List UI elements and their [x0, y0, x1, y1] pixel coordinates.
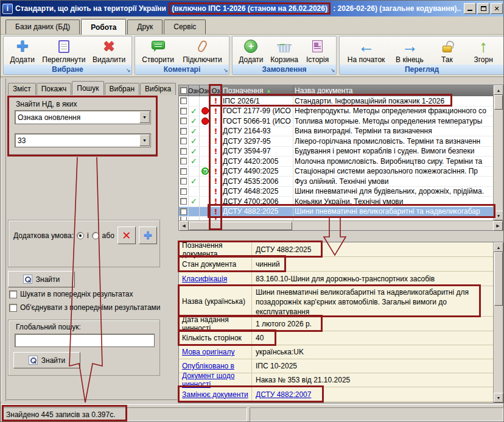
left-tab-2[interactable]: Пошук: [72, 81, 103, 95]
table-row[interactable]: ✓!ДСТУ 3297-95Лікеро-горілчана промислов…: [179, 136, 493, 147]
details-value-link[interactable]: ДСТУ 4882:2007: [256, 390, 311, 399]
table-row[interactable]: !ІПС 2026/1Стандарти. Інформаційний пока…: [179, 96, 493, 107]
minimize-button[interactable]: [464, 3, 476, 14]
ribbon-button-label: Створити: [142, 55, 174, 64]
ribbon-button-2-2[interactable]: Історія: [302, 37, 334, 65]
status-bar: Знайдено 445 записів за 0.397с.: [1, 404, 504, 422]
ribbon-button-0-2[interactable]: ✖Видалити: [89, 37, 128, 65]
details-label-link[interactable]: Опубліковано в: [182, 362, 234, 370]
close-button[interactable]: ✕: [491, 3, 503, 14]
row-checkbox[interactable]: [180, 168, 187, 175]
table-vscroll-thumb[interactable]: [494, 95, 503, 110]
left-tab-0[interactable]: Зміст: [8, 83, 36, 95]
chevron-down-icon[interactable]: ▼: [139, 135, 150, 146]
search-value-combo[interactable]: 33 ▼: [15, 133, 151, 147]
select-all-checkbox[interactable]: [180, 87, 187, 94]
collapsed-panel-strip[interactable]: [1, 79, 6, 401]
row-checkbox[interactable]: [180, 208, 187, 215]
row-checkbox[interactable]: [180, 108, 187, 114]
add-icon: ✚: [144, 230, 152, 241]
column-header-ozn1[interactable]: Озн: [189, 85, 200, 96]
top-tab-1[interactable]: Робота: [81, 19, 126, 35]
column-header-designation[interactable]: Позначення▲: [222, 85, 293, 96]
row-checkbox[interactable]: [180, 128, 187, 135]
ribbon-button-2-1[interactable]: Корзина: [267, 37, 301, 65]
table-row[interactable]: ✓!ДСТУ 2164-93Вина виноградні. Терміни т…: [179, 127, 493, 137]
global-find-button[interactable]: Знайти: [13, 352, 80, 368]
row-checkbox[interactable]: [180, 138, 187, 144]
column-header-name[interactable]: Назва документа: [293, 85, 493, 96]
select-all-header[interactable]: [179, 85, 189, 96]
table-row[interactable]: М!ДСТУ 4490:2025Стаціонарні системи аеро…: [179, 167, 493, 177]
details-vertical-scrollbar[interactable]: ▲ ▼: [493, 242, 503, 403]
left-tab-3[interactable]: Вибран: [105, 83, 140, 95]
row-checkbox[interactable]: [180, 97, 187, 104]
details-vscroll-thumb[interactable]: [494, 252, 503, 306]
row-checkbox[interactable]: [180, 198, 187, 205]
details-label-link[interactable]: Класифікація: [182, 275, 227, 283]
row-checkbox[interactable]: [180, 118, 187, 124]
table-vertical-scrollbar[interactable]: ▲ ▼: [493, 85, 503, 220]
global-search-input[interactable]: [15, 334, 155, 347]
details-label-link[interactable]: Мова оригіналу: [182, 348, 234, 356]
scroll-right-icon[interactable]: ▶: [493, 221, 503, 231]
scroll-down-icon[interactable]: ▼: [494, 211, 503, 220]
details-value-text: Наказ № 353 від 21.10.2025: [256, 375, 350, 385]
left-tab-1[interactable]: Покажч: [37, 83, 72, 95]
radio-and[interactable]: [77, 232, 84, 239]
top-tab-2[interactable]: Друк: [127, 19, 163, 34]
top-tab-3[interactable]: Сервіс: [164, 19, 206, 34]
search-previous-option[interactable]: Шукати в попередніх результатах: [9, 290, 176, 298]
table-row[interactable]: ✓!ГОСТ 2177-99 (ИСО 3Нефтепродукты. Мето…: [179, 107, 493, 117]
scroll-up-icon[interactable]: ▲: [494, 242, 503, 252]
checkbox-union-previous[interactable]: [9, 304, 17, 312]
ribbon-button-1-0[interactable]: Створити: [139, 37, 177, 65]
details-label-link[interactable]: Документ щодо чинності: [182, 371, 248, 389]
table-horizontal-scrollbar[interactable]: ◀ ▶: [179, 220, 503, 230]
dialog-launcher-icon[interactable]: ↘: [223, 68, 228, 74]
scroll-up-icon[interactable]: ▲: [494, 85, 503, 95]
chevron-down-icon[interactable]: ▼: [139, 111, 150, 123]
table-hscroll-thumb[interactable]: [189, 222, 292, 230]
scroll-left-icon[interactable]: ◀: [179, 221, 189, 231]
row-ozn2-cell: [200, 197, 211, 206]
ribbon-button-3-0[interactable]: ←На початок: [345, 37, 388, 65]
ribbon-button-0-0[interactable]: ✚Додати: [7, 37, 38, 65]
row-checkbox[interactable]: [180, 178, 187, 185]
ribbon-button-2-0[interactable]: +Додати: [235, 37, 267, 65]
checkbox-search-previous[interactable]: [9, 290, 17, 298]
table-row[interactable]: ✓!ДСТУ 4535:2006Фуз олійний. Технічні ум…: [179, 177, 493, 187]
table-details-splitter[interactable]: [178, 231, 503, 242]
column-header-ozn2[interactable]: Озн: [200, 85, 211, 96]
ribbon-button-0-1[interactable]: Переглянути: [39, 37, 88, 65]
table-row[interactable]: ✓!ГОСТ 5066-91 (ИСО 3Топлива моторные. М…: [179, 116, 493, 127]
ribbon-button-3-3[interactable]: ↑Згорн: [467, 37, 499, 65]
ribbon-button-1-1[interactable]: Підключити: [180, 37, 225, 65]
scroll-down-icon[interactable]: ▼: [494, 393, 503, 403]
add-condition-button[interactable]: ✚: [139, 227, 157, 244]
table-row[interactable]: ✓!ДСТУ 4700:2006Коньяки України. Технічн…: [179, 197, 493, 207]
row-oz-cell: !: [211, 136, 222, 146]
ribbon-button-3-1[interactable]: →В кінець: [393, 37, 427, 65]
column-header-oz[interactable]: Оз: [211, 85, 222, 96]
table-row[interactable]: !ДСТУ 4882:2025Шини пневматичні великога…: [179, 207, 493, 217]
top-tab-0[interactable]: Бази даних (БД): [5, 19, 80, 34]
find-button[interactable]: Знайти: [8, 271, 75, 287]
details-label-link[interactable]: Замінює документи: [182, 390, 248, 399]
row-checkbox[interactable]: [180, 158, 187, 164]
remove-condition-button[interactable]: ✕: [117, 227, 136, 244]
row-checkbox[interactable]: [180, 148, 187, 155]
left-tab-4[interactable]: Вибірка: [140, 83, 176, 95]
details-row: Стан документачинний: [179, 257, 493, 272]
dialog-launcher-icon[interactable]: ↘: [330, 68, 335, 74]
table-row[interactable]: ✓!ДСТУ 3594-97Будування і ремонт кораблі…: [179, 147, 493, 157]
dialog-launcher-icon[interactable]: ↘: [125, 68, 130, 74]
maximize-button[interactable]: [477, 3, 489, 14]
union-previous-option[interactable]: Об'єднувати з попередніми результатами: [9, 303, 176, 312]
table-row[interactable]: ✓!ДСТУ 4420:2005Молочна промисловість. В…: [179, 156, 493, 167]
search-field-combo[interactable]: Ознака оновлення ▼: [15, 110, 151, 124]
radio-or[interactable]: [92, 232, 99, 239]
ribbon-button-3-2[interactable]: Так: [431, 37, 463, 65]
table-row[interactable]: !ДСТУ 4648:2025Шини пневматичні для буді…: [179, 187, 493, 197]
row-checkbox[interactable]: [180, 188, 187, 195]
